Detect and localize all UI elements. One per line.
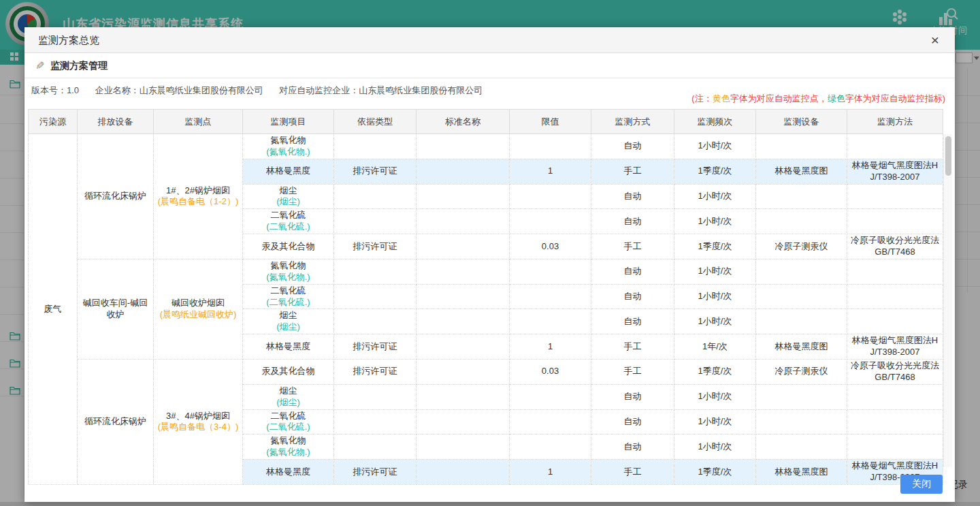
cell-monitor-method [847, 384, 943, 409]
cell-monitor-frequency: 1小时/次 [674, 134, 756, 159]
cell-monitor-equipment [756, 284, 847, 309]
cell-monitor-mode: 自动 [591, 284, 674, 309]
cell-monitor-frequency: 1季度/次 [674, 234, 756, 259]
cell-basis-type: 排污许可证 [334, 360, 416, 385]
cell-monitor-equipment: 林格曼黑度图 [756, 334, 847, 360]
close-icon[interactable]: × [925, 27, 945, 53]
cell-emission-device: 循环流化床锅炉 [78, 134, 154, 259]
plan-info-line: 版本号：1.0 企业名称：山东晨鸣纸业集团股份有限公司 对应自动监控企业：山东晨… [31, 84, 496, 97]
auto-company-value: 山东晨鸣纸业集团股份有限公司 [359, 85, 483, 95]
cell-limit-value [510, 434, 591, 460]
cell-limit-value [510, 259, 591, 284]
cell-monitor-equipment: 冷原子测汞仪 [756, 234, 847, 259]
column-header-5: 标准名称 [416, 110, 510, 134]
cell-basis-type [334, 184, 416, 209]
cell-monitor-mode: 自动 [591, 259, 674, 284]
cell-monitor-mode: 自动 [591, 409, 674, 434]
modal-title: 监测方案总览 [38, 27, 99, 53]
cell-monitor-equipment: 林格曼黑度图 [756, 159, 847, 184]
cell-standard-name [416, 409, 510, 434]
cell-monitor-frequency: 1年/次 [674, 334, 756, 360]
cell-basis-type [334, 134, 416, 159]
cell-limit-value [510, 134, 591, 159]
cell-emission-device: 碱回收车间-碱回收炉 [78, 259, 154, 359]
cell-limit-value [510, 184, 591, 209]
cell-monitor-item: 氮氧化物(氮氧化物.) [243, 434, 334, 460]
table-scrollbar[interactable] [943, 134, 952, 467]
cell-monitor-mode: 自动 [591, 209, 674, 234]
version-value: 1.0 [67, 85, 79, 95]
cell-monitor-equipment [756, 134, 847, 159]
cell-monitor-item: 烟尘(烟尘) [243, 384, 334, 409]
cell-basis-type [334, 384, 416, 409]
cell-monitor-method [847, 259, 943, 284]
cell-monitor-item: 烟尘(烟尘) [243, 184, 334, 209]
cell-monitor-equipment [756, 259, 847, 284]
cell-monitor-mode: 手工 [591, 360, 674, 385]
cell-monitor-equipment [756, 384, 847, 409]
cell-basis-type [334, 209, 416, 234]
cell-limit-value [510, 384, 591, 409]
cell-basis-type: 排污许可证 [334, 334, 416, 360]
cell-monitor-item: 二氧化硫(二氧化硫.) [243, 409, 334, 434]
cell-monitor-frequency: 1季度/次 [674, 460, 756, 485]
cell-monitor-method: 冷原子吸收分光光度法GB/T7468 [847, 234, 943, 259]
table-row[interactable]: 废气循环流化床锅炉1#、2#锅炉烟囱(晨鸣自备电（1-2）)氮氧化物(氮氧化物.… [29, 134, 943, 159]
cell-monitor-method [847, 284, 943, 309]
cell-basis-type [334, 309, 416, 334]
cell-monitor-equipment [756, 309, 847, 334]
cell-monitor-mode: 自动 [591, 134, 674, 159]
company-value: 山东晨鸣纸业集团股份有限公司 [140, 85, 263, 95]
cell-standard-name [416, 360, 510, 385]
cell-basis-type [334, 284, 416, 309]
cell-monitor-equipment [756, 409, 847, 434]
color-legend-note: (注：黄色字体为对应自动监控点，绿色字体为对应自动监控指标) [691, 93, 945, 105]
cell-standard-name [416, 434, 510, 460]
cell-limit-value: 1 [510, 334, 591, 360]
cell-emission-device: 循环流化床锅炉 [78, 360, 154, 485]
cell-basis-type: 排污许可证 [334, 234, 416, 259]
yellow-word: 黄色 [713, 93, 730, 104]
monitoring-plan-modal: 监测方案总览 × ✎ 监测方案管理 版本号：1.0 企业名称：山东晨鸣纸业集团股… [24, 27, 955, 502]
cell-monitor-method [847, 134, 943, 159]
cell-monitor-frequency: 1小时/次 [674, 384, 756, 409]
cell-monitor-method [847, 434, 943, 460]
cell-basis-type [334, 409, 416, 434]
cell-standard-name [416, 159, 510, 184]
cell-basis-type [334, 434, 416, 460]
close-button[interactable]: 关闭 [900, 475, 943, 494]
cell-monitor-point: 碱回收炉烟囱(晨鸣纸业碱回收炉) [154, 259, 243, 359]
cell-monitor-frequency: 1小时/次 [674, 184, 756, 209]
version-label: 版本号： [31, 85, 67, 95]
column-header-8: 监测频次 [674, 110, 756, 134]
cell-limit-value: 0.03 [510, 234, 591, 259]
cell-monitor-equipment: 冷原子测汞仪 [756, 360, 847, 385]
auto-company-label: 对应自动监控企业： [279, 85, 359, 95]
table-row[interactable]: 碱回收车间-碱回收炉碱回收炉烟囱(晨鸣纸业碱回收炉)氮氧化物(氮氧化物.)自动1… [29, 259, 943, 284]
cell-monitor-method [847, 209, 943, 234]
column-header-3: 监测项目 [243, 110, 334, 134]
cell-monitor-method: 林格曼烟气黑度图法HJ/T398-2007 [847, 159, 943, 184]
cell-monitor-frequency: 1小时/次 [674, 209, 756, 234]
cell-monitor-point: 3#、4#锅炉烟囱(晨鸣自备电（3-4）) [154, 360, 243, 485]
cell-monitor-item: 林格曼黑度 [243, 159, 334, 184]
cell-standard-name [416, 259, 510, 284]
cell-monitor-item: 烟尘(烟尘) [243, 309, 334, 334]
pen-icon: ✎ [35, 59, 44, 72]
cell-monitor-item: 林格曼黑度 [243, 334, 334, 360]
cell-monitor-item: 林格曼黑度 [243, 460, 334, 485]
cell-monitor-frequency: 1小时/次 [674, 434, 756, 460]
column-header-0: 污染源 [29, 110, 78, 134]
cell-monitor-frequency: 1季度/次 [674, 360, 756, 385]
cell-monitor-item: 汞及其化合物 [243, 234, 334, 259]
cell-limit-value [510, 409, 591, 434]
column-header-10: 监测方法 [847, 110, 943, 134]
table-row[interactable]: 循环流化床锅炉3#、4#锅炉烟囱(晨鸣自备电（3-4）)汞及其化合物排污许可证0… [29, 360, 943, 385]
cell-monitor-method: 林格曼烟气黑度图法HJ/T398-2007 [847, 334, 943, 360]
cell-monitor-item: 氮氧化物(氮氧化物.) [243, 259, 334, 284]
cell-monitor-mode: 手工 [591, 159, 674, 184]
scrollbar-thumb[interactable] [945, 136, 951, 176]
cell-monitor-mode: 手工 [591, 234, 674, 259]
cell-monitor-frequency: 1小时/次 [674, 259, 756, 284]
column-header-2: 监测点 [154, 110, 243, 134]
